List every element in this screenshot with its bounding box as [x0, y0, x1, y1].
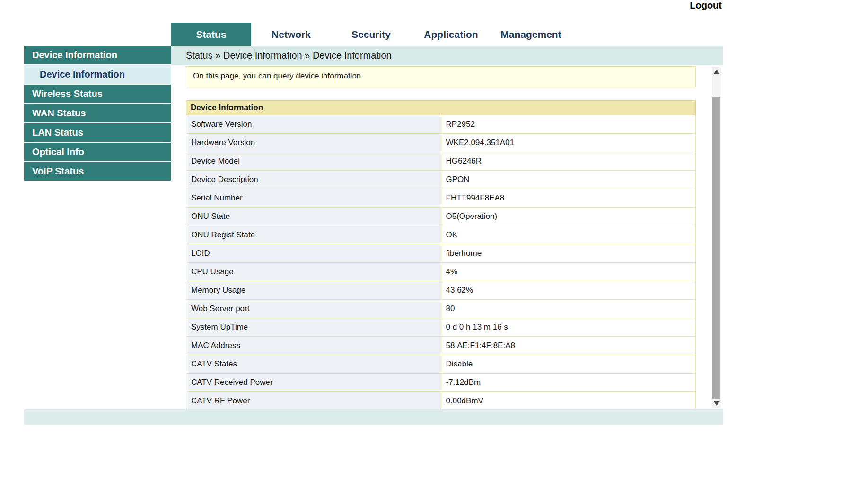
row-value: 43.62% [441, 281, 696, 300]
sidebar-item-label: VoIP Status [32, 166, 84, 177]
nav-tab[interactable]: Security [331, 23, 411, 46]
row-label: ONU Regist State [186, 226, 441, 244]
breadcrumb: Status » Device Information » Device Inf… [171, 46, 723, 65]
table-row: Software Version RP2952 [186, 115, 696, 134]
sidebar-item-label: Device Information [32, 50, 117, 61]
table-row: CATV States Disable [186, 355, 696, 374]
sidebar-item-label: WAN Status [32, 108, 86, 119]
sidebar-item[interactable]: VoIP Status [24, 162, 171, 181]
table-row: CATV RF Power 0.00dBmV [186, 392, 696, 410]
table-row: System UpTime 0 d 0 h 13 m 16 s [186, 318, 696, 337]
row-label: System UpTime [186, 318, 441, 337]
sidebar: Device Information Device Information Wi… [24, 46, 171, 182]
sidebar-item[interactable]: LAN Status [24, 123, 171, 142]
nav-tab[interactable]: Management [491, 23, 571, 46]
sidebar-item[interactable]: Device Information [24, 46, 171, 64]
row-value: fiberhome [441, 244, 696, 263]
row-label: Software Version [186, 115, 441, 134]
sidebar-item-label: Optical Info [32, 147, 84, 157]
table-row: Web Server port 80 [186, 300, 696, 318]
nav-tab-label: Network [272, 29, 311, 40]
table-row: CATV Received Power -7.12dBm [186, 374, 696, 392]
row-value: 4% [441, 263, 696, 281]
device-info-table: Device Information Software Version RP29… [186, 100, 696, 410]
row-value: 80 [441, 300, 696, 318]
row-value: 58:AE:F1:4F:8E:A8 [441, 337, 696, 355]
footer-bar [24, 409, 723, 425]
device-info-rows: Software Version RP2952 Hardware Version… [186, 115, 696, 410]
main-content: On this page, you can query device infor… [171, 65, 723, 409]
scroll-up-button[interactable] [712, 67, 721, 76]
nav-tab[interactable]: Network [251, 23, 331, 46]
nav-tab-label: Management [500, 29, 561, 40]
row-label: MAC Address [186, 337, 441, 355]
row-label: ONU State [186, 208, 441, 226]
table-row: Memory Usage 43.62% [186, 281, 696, 300]
scrollbar-track[interactable] [712, 76, 721, 399]
sidebar-item-label: Device Information [40, 69, 125, 80]
row-label: Device Model [186, 152, 441, 171]
scroll-down-button[interactable] [712, 399, 721, 408]
row-label: Serial Number [186, 189, 441, 208]
row-value: WKE2.094.351A01 [441, 134, 696, 152]
row-value: OK [441, 226, 696, 244]
sidebar-item[interactable]: Wireless Status [24, 85, 171, 103]
arrow-down-icon [714, 401, 719, 406]
table-row: Device Description GPON [186, 171, 696, 189]
nav-tab[interactable]: Application [411, 23, 491, 46]
table-row: ONU Regist State OK [186, 226, 696, 244]
row-value: RP2952 [441, 115, 696, 134]
row-label: CPU Usage [186, 263, 441, 281]
logout-link[interactable]: Logout [690, 0, 722, 11]
arrow-up-icon [714, 70, 719, 74]
sidebar-item-label: LAN Status [32, 127, 83, 138]
row-label: Web Server port [186, 300, 441, 318]
nav-tab-label: Security [351, 29, 391, 40]
row-value: FHTT994F8EA8 [441, 189, 696, 208]
nav-tab-label: Status [196, 29, 226, 40]
row-label: CATV RF Power [186, 392, 441, 410]
row-value: GPON [441, 171, 696, 189]
table-row: Hardware Version WKE2.094.351A01 [186, 134, 696, 152]
sidebar-item[interactable]: WAN Status [24, 104, 171, 122]
table-row: Device Model HG6246R [186, 152, 696, 171]
row-label: CATV Received Power [186, 374, 441, 392]
table-row: ONU State O5(Operation) [186, 208, 696, 226]
row-label: Memory Usage [186, 281, 441, 300]
sidebar-item[interactable]: Device Information [24, 65, 171, 84]
row-value: 0 d 0 h 13 m 16 s [441, 318, 696, 337]
info-note-text: On this page, you can query device infor… [193, 71, 363, 80]
sidebar-item[interactable]: Optical Info [24, 143, 171, 161]
row-label: CATV States [186, 355, 441, 374]
row-value: Disable [441, 355, 696, 374]
row-value: 0.00dBmV [441, 392, 696, 410]
table-row: Serial Number FHTT994F8EA8 [186, 189, 696, 208]
top-nav: Status Network Security Application Mana… [171, 23, 571, 46]
row-label: LOID [186, 244, 441, 263]
sidebar-item-label: Wireless Status [32, 88, 103, 99]
info-note: On this page, you can query device infor… [186, 66, 696, 87]
row-value: HG6246R [441, 152, 696, 171]
row-label: Hardware Version [186, 134, 441, 152]
row-value: -7.12dBm [441, 374, 696, 392]
table-title: Device Information [186, 101, 696, 115]
scrollbar-thumb[interactable] [712, 97, 720, 399]
nav-tab-label: Application [424, 29, 478, 40]
nav-tab[interactable]: Status [171, 23, 251, 46]
breadcrumb-text: Status » Device Information » Device Inf… [186, 50, 392, 61]
table-row: CPU Usage 4% [186, 263, 696, 281]
row-value: O5(Operation) [441, 208, 696, 226]
table-row: MAC Address 58:AE:F1:4F:8E:A8 [186, 337, 696, 355]
scrollbar[interactable] [712, 67, 721, 408]
table-row: LOID fiberhome [186, 244, 696, 263]
row-label: Device Description [186, 171, 441, 189]
page-container: Logout Status Network Security Applicati… [24, 0, 723, 504]
